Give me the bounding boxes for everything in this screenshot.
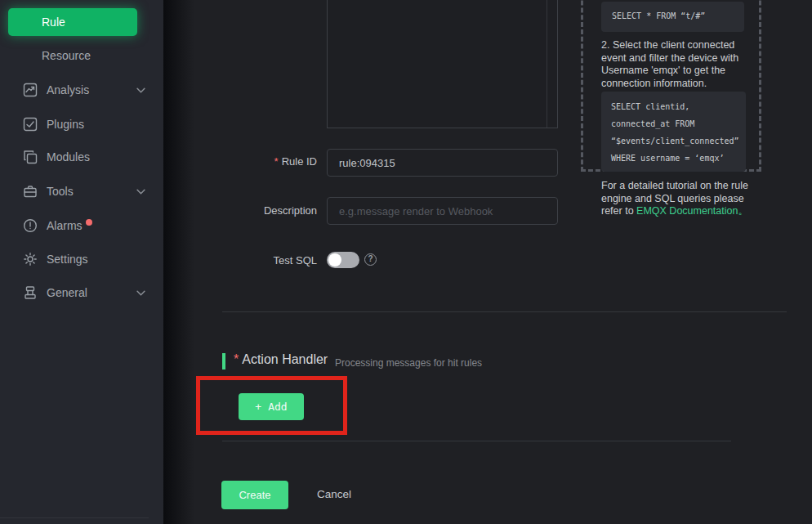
tools-briefcase-icon (23, 184, 38, 199)
rule-id-input[interactable] (327, 149, 558, 177)
sidebar: Rule Resource Analysis Plugins (0, 0, 163, 524)
create-button[interactable]: Create (221, 481, 288, 509)
description-label: Description (194, 204, 317, 217)
help-tutorial-text: For a detailed tutorial on the rule engi… (601, 180, 761, 218)
sql-example-client-connected: SELECT clientid, connected_at FROM “$eve… (601, 92, 746, 172)
alarms-warning-circle-icon (23, 218, 38, 233)
cancel-button[interactable]: Cancel (317, 488, 351, 500)
help-step2-text: 2. Select the client connected event and… (601, 39, 761, 90)
link-suffix: 。 (738, 205, 748, 217)
rule-id-label: *Rule ID (194, 155, 317, 168)
test-sql-label: Test SQL (194, 254, 317, 266)
sidebar-item-rule[interactable]: Rule (8, 8, 137, 36)
sidebar-bottom-divider (0, 517, 149, 518)
sidebar-item-label: General (47, 279, 87, 307)
sidebar-item-label: Analysis (47, 76, 89, 104)
action-area-divider (222, 441, 731, 441)
sidebar-item-alarms[interactable]: Alarms (0, 212, 163, 240)
sidebar-item-label: Modules (47, 143, 90, 171)
sidebar-item-tools[interactable]: Tools (0, 177, 163, 205)
settings-gear-icon (23, 252, 38, 266)
sidebar-item-label: Alarms (47, 212, 83, 240)
sidebar-item-label: Resource (42, 42, 91, 69)
toggle-knob (328, 253, 341, 266)
sidebar-shadow (163, 0, 194, 524)
modules-stack-icon (23, 150, 38, 164)
action-handler-title: *Action Handler (234, 352, 328, 367)
general-structure-icon (23, 285, 38, 300)
chevron-down-icon (136, 189, 145, 195)
section-accent-bar (222, 353, 225, 369)
sidebar-item-label: Plugins (47, 110, 84, 138)
rule-sql-editor[interactable] (327, 0, 558, 128)
sidebar-item-resource[interactable]: Resource (0, 42, 163, 69)
emqx-documentation-link[interactable]: EMQX Documentation (636, 205, 738, 217)
sidebar-item-label: Settings (47, 245, 88, 273)
sql-editor-scrollbar-track[interactable] (547, 0, 547, 128)
sidebar-item-analysis[interactable]: Analysis (0, 76, 163, 104)
action-handler-subtitle: Processing messages for hit rules (335, 357, 482, 369)
sidebar-item-label: Tools (47, 177, 74, 205)
sidebar-item-plugins[interactable]: Plugins (0, 110, 163, 138)
sidebar-item-label: Rule (42, 16, 65, 29)
required-asterisk: * (234, 352, 239, 366)
test-sql-toggle[interactable] (327, 252, 359, 268)
sidebar-item-settings[interactable]: Settings (0, 245, 163, 273)
sql-example-basic: SELECT * FROM “t/#” (601, 2, 744, 32)
chevron-down-icon (136, 87, 145, 93)
chevron-down-icon (136, 290, 145, 296)
sidebar-item-modules[interactable]: Modules (0, 143, 163, 171)
emqx-dashboard-rule-create-page: Rule Resource Analysis Plugins (0, 0, 812, 524)
alarm-badge-dot (86, 219, 92, 226)
plugins-check-square-icon (23, 117, 38, 132)
section-divider (222, 311, 787, 312)
annotation-highlight-box (196, 376, 347, 435)
analysis-chart-icon (23, 83, 38, 97)
sidebar-item-general[interactable]: General (0, 279, 163, 307)
description-input[interactable] (327, 197, 558, 225)
required-asterisk: * (274, 155, 279, 168)
question-help-icon[interactable]: ? (364, 253, 377, 266)
